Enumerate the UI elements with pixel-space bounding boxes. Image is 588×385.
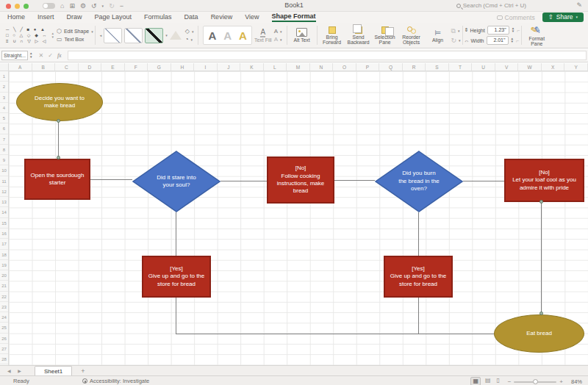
fullscreen-icon[interactable]	[24, 4, 29, 9]
column-header[interactable]: G	[148, 63, 171, 71]
tab-review[interactable]: Review	[211, 13, 233, 21]
change-shape-icon[interactable]	[170, 31, 182, 40]
tab-page-layout[interactable]: Page Layout	[95, 13, 132, 21]
minimize-icon[interactable]	[15, 4, 20, 9]
row-header[interactable]: 18	[0, 250, 8, 260]
zoom-in-icon[interactable]: +	[559, 379, 563, 385]
row-header[interactable]: 19	[0, 260, 8, 270]
row-header[interactable]: 25	[0, 323, 8, 333]
wordart-gallery[interactable]: A A A	[203, 26, 252, 45]
flowchart-burn-decision[interactable]: Did you burn the bread in the oven?	[375, 151, 463, 212]
connector-open-to-stare[interactable]	[90, 179, 132, 180]
row-header[interactable]: 12	[0, 187, 8, 197]
add-sheet-button[interactable]: +	[81, 367, 85, 375]
name-box-stepper[interactable]: ▲▼	[29, 52, 32, 59]
column-header[interactable]: P	[356, 63, 380, 71]
edit-pencil-icon[interactable]: ✎	[576, 1, 582, 9]
connector-yes2-down[interactable]	[418, 298, 419, 334]
confirm-entry-icon[interactable]: ✓	[48, 52, 53, 59]
row-header[interactable]: 23	[0, 302, 8, 312]
wordart-style-3[interactable]: A	[239, 29, 247, 42]
text-box-button[interactable]: ▭ Text Box	[57, 36, 93, 43]
column-header[interactable]: J	[218, 63, 241, 71]
wordart-style-1[interactable]: A	[208, 29, 216, 42]
accessibility-status[interactable]: Accessibility: Investigate	[82, 378, 149, 384]
column-header[interactable]: N	[310, 63, 334, 71]
tab-shape-format[interactable]: Shape Format	[272, 12, 316, 22]
size-anchor-icon[interactable]: ⌐	[516, 38, 519, 43]
row-header[interactable]: 3	[0, 93, 8, 103]
name-box[interactable]: Straight...	[1, 51, 28, 60]
cancel-entry-icon[interactable]: ✕	[38, 52, 43, 59]
connector-store-to-eat[interactable]	[176, 334, 495, 334]
edit-shape-button[interactable]: ⬡ Edit Shape ▾	[57, 28, 93, 35]
connector-endpoint-handle[interactable]	[539, 200, 543, 204]
share-button[interactable]: ⇧ Share ▾	[542, 12, 584, 22]
alt-text-button[interactable]: Alt Text	[289, 28, 315, 43]
home-icon[interactable]: ⌂	[60, 1, 64, 10]
size-expand-icon[interactable]: ⌐	[517, 28, 520, 33]
undo-icon[interactable]: ↺	[91, 1, 97, 10]
overflow-icon[interactable]: −	[120, 1, 123, 10]
bring-forward-button[interactable]: Bring Forward	[319, 26, 345, 45]
flowchart-start-ellipse[interactable]: Decide you want to make bread	[16, 83, 103, 121]
tab-formulas[interactable]: Formulas	[144, 13, 172, 21]
normal-view-icon[interactable]: ▦	[470, 377, 481, 385]
column-header[interactable]: U	[472, 63, 495, 71]
flowchart-follow-instructions-box[interactable]: [No] Follow cooking instructions, make b…	[267, 156, 334, 204]
undo-chevron-icon[interactable]: ▾	[102, 1, 104, 10]
row-header[interactable]: 15	[0, 218, 8, 229]
styles-prev-icon[interactable]: ◂	[100, 33, 102, 37]
row-header[interactable]: 2	[0, 82, 8, 92]
sheet-nav-arrows[interactable]: ◀ ▶	[7, 368, 24, 373]
line-style-option-1[interactable]	[104, 28, 122, 43]
sheet-tab-sheet1[interactable]: Sheet1	[35, 366, 72, 375]
tab-data[interactable]: Data	[184, 13, 198, 21]
column-header[interactable]: V	[495, 63, 519, 71]
column-header[interactable]: X	[542, 63, 565, 71]
shapes-gallery-scroll[interactable]: ▴▾	[51, 32, 54, 39]
row-header[interactable]: 22	[0, 292, 8, 302]
column-header[interactable]: H	[171, 63, 195, 71]
column-header[interactable]: D	[79, 63, 102, 71]
tab-home[interactable]: Home	[7, 13, 25, 21]
tab-insert[interactable]: Insert	[37, 13, 54, 21]
row-header[interactable]: 1	[0, 71, 8, 82]
tab-view[interactable]: View	[245, 13, 259, 21]
row-header[interactable]: 17	[0, 239, 8, 249]
shape-effects-button[interactable]: ◔▾	[185, 36, 194, 43]
zoom-slider[interactable]	[514, 381, 556, 383]
column-header[interactable]: Q	[379, 63, 403, 71]
zoom-out-icon[interactable]: −	[508, 379, 512, 385]
column-header[interactable]: Y	[564, 63, 588, 71]
flowchart-give-up-box-1[interactable]: [Yes] Give up and go to the store for br…	[142, 256, 211, 298]
connector-burn-yes[interactable]	[418, 212, 419, 256]
column-header[interactable]: S	[426, 63, 449, 71]
column-header[interactable]: R	[403, 63, 426, 71]
row-header[interactable]: 7	[0, 134, 8, 145]
column-header[interactable]: W	[518, 63, 542, 71]
zoom-slider-thumb[interactable]	[533, 379, 538, 384]
selection-pane-button[interactable]: Selection Pane	[372, 26, 398, 45]
column-header[interactable]: M	[287, 63, 310, 71]
align-button[interactable]: ⊨ Align	[425, 29, 451, 43]
row-header[interactable]: 24	[0, 312, 8, 323]
row-header[interactable]: 28	[0, 354, 8, 364]
line-style-option-2[interactable]	[124, 28, 143, 43]
select-all-corner[interactable]	[0, 63, 9, 71]
row-header[interactable]: 20	[0, 270, 8, 281]
format-pane-button[interactable]: ✎✎ Format Pane	[523, 25, 550, 46]
flowchart-open-starter-box[interactable]: Open the sourdough starter	[24, 159, 90, 200]
shape-height-field[interactable]: 1.23"	[487, 26, 509, 35]
text-outline-button[interactable]: A▾	[274, 28, 282, 35]
connector-follow-to-burn[interactable]	[334, 180, 375, 181]
shape-width-field[interactable]: 2.01"	[487, 36, 509, 45]
connector-yes1-down[interactable]	[176, 298, 176, 334]
column-header[interactable]: K	[240, 63, 264, 71]
column-header[interactable]: I	[194, 63, 218, 71]
row-header[interactable]: 6	[0, 123, 8, 134]
formula-input[interactable]	[68, 51, 587, 60]
insert-function-icon[interactable]: fx	[57, 52, 62, 59]
connector-endpoint-handle[interactable]	[57, 156, 60, 159]
connector-endpoint-handle[interactable]	[57, 119, 60, 123]
